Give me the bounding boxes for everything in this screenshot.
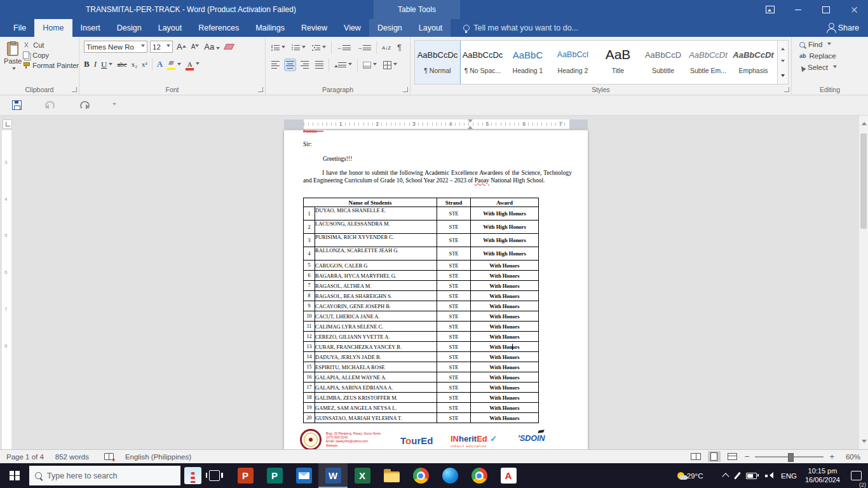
clock[interactable]: 10:15 pm16/06/2024 [805, 467, 840, 484]
tab-stop-selector[interactable] [3, 119, 12, 129]
styles-dialog-launcher-icon[interactable] [784, 87, 789, 92]
save-icon[interactable] [12, 100, 22, 110]
align-left-button[interactable] [270, 59, 281, 71]
horizontal-ruler[interactable]: 1234567 [284, 119, 588, 129]
indent-markers[interactable] [467, 119, 473, 129]
acrobat-icon[interactable]: A [494, 463, 523, 488]
format-painter-button[interactable]: Format Painter [23, 62, 79, 69]
clear-formatting-button[interactable] [224, 44, 234, 50]
page-indicator[interactable]: Page 1 of 4 [6, 453, 44, 461]
shading-button[interactable] [362, 61, 378, 69]
customize-qat-icon[interactable] [112, 103, 116, 107]
mail-icon[interactable] [289, 463, 318, 488]
tab-design[interactable]: Design [109, 19, 150, 37]
weather-widget[interactable]: 29°C [677, 472, 703, 480]
font-dialog-launcher-icon[interactable] [258, 87, 263, 92]
word-count[interactable]: 852 words [55, 453, 89, 461]
file-explorer-icon[interactable] [377, 463, 406, 488]
tab-home[interactable]: Home [34, 19, 72, 37]
tab-file[interactable]: File [5, 19, 34, 37]
scrollbar-thumb[interactable] [860, 133, 867, 229]
paragraph-dialog-launcher-icon[interactable] [403, 87, 408, 92]
align-center-button[interactable] [285, 59, 295, 71]
cut-button[interactable]: Cut [23, 41, 79, 49]
font-color-button[interactable]: A [186, 58, 200, 71]
minimize-button[interactable] [784, 0, 812, 19]
taskbar-search-input[interactable]: Type here to search [29, 466, 180, 485]
chrome-icon[interactable] [406, 463, 435, 488]
text-effects-button[interactable]: A [157, 59, 163, 69]
styles-scroll-up-icon[interactable] [781, 46, 785, 50]
scroll-up-icon[interactable] [862, 119, 867, 125]
speaker-icon[interactable] [765, 472, 773, 479]
tab-view[interactable]: View [336, 19, 369, 37]
show-hidden-icons-chevron[interactable] [722, 473, 729, 480]
publisher-icon[interactable]: P [260, 463, 289, 488]
tab-layout[interactable]: Layout [150, 19, 191, 37]
replace-button[interactable]: abReplace [799, 52, 868, 60]
tab-mailings[interactable]: Mailings [247, 19, 293, 37]
vertical-ruler[interactable]: 345678 [2, 130, 11, 449]
chrome-2-icon[interactable] [465, 463, 494, 488]
word-icon[interactable]: W [318, 463, 348, 488]
sort-button[interactable]: A↓Z [381, 44, 392, 51]
proofing-status-icon[interactable]: x [104, 453, 114, 460]
increase-indent-button[interactable]: → [356, 43, 372, 53]
subscript-button[interactable]: x₂ [132, 60, 137, 68]
table-tools-tab-layout[interactable]: Layout [410, 19, 451, 37]
shrink-font-button[interactable]: A [190, 43, 201, 50]
show-formatting-marks-button[interactable]: ¶ [396, 43, 402, 53]
style-subtitle[interactable]: AaBbCcDSubtitle [641, 41, 686, 84]
excel-icon[interactable]: X [348, 463, 377, 488]
language-indicator[interactable]: English (Philippines) [125, 453, 191, 461]
numbering-button[interactable] [290, 43, 307, 53]
tab-references[interactable]: References [190, 19, 247, 37]
grow-font-button[interactable]: A [175, 42, 187, 51]
vertical-scrollbar[interactable] [858, 116, 868, 449]
superscript-button[interactable]: x² [142, 60, 147, 68]
zoom-slider[interactable] [755, 456, 824, 458]
table-tools-tab-design[interactable]: Design [369, 19, 410, 37]
start-button[interactable] [0, 463, 29, 488]
style-subtle-em[interactable]: AaBbCcDtSubtle Em... [686, 41, 731, 84]
undo-icon[interactable] [45, 101, 55, 110]
decrease-indent-button[interactable]: ← [336, 43, 352, 53]
pen-icon[interactable] [734, 472, 740, 480]
zoom-in-button[interactable]: + [829, 452, 834, 461]
align-right-button[interactable] [299, 59, 310, 71]
task-view-button[interactable] [201, 463, 227, 488]
bold-button[interactable]: B [84, 59, 90, 69]
style-normal[interactable]: AaBbCcDc¶ Normal [415, 41, 460, 84]
language-abbreviation[interactable]: ENG [781, 472, 797, 480]
styles-scroll-down-icon[interactable] [781, 60, 785, 64]
highlight-color-button[interactable] [167, 58, 181, 71]
zoom-slider-thumb[interactable] [788, 453, 794, 462]
document-page[interactable]: Soooa --- Sir: Greetings!!! I have the h… [284, 130, 588, 449]
style-emphasis[interactable]: AaBbCcDtEmphasis [731, 41, 776, 84]
style-title[interactable]: AaBTitle [595, 41, 641, 84]
select-button[interactable]: Select [799, 64, 868, 71]
web-layout-button[interactable] [726, 451, 739, 462]
redo-icon[interactable] [80, 101, 90, 110]
underline-button[interactable]: U [101, 58, 112, 70]
powerpoint-icon[interactable]: P [231, 463, 260, 488]
find-button[interactable]: Find [799, 41, 868, 48]
clipboard-dialog-launcher-icon[interactable] [72, 87, 77, 92]
tab-review[interactable]: Review [293, 19, 336, 37]
style-heading-1[interactable]: AaBbCHeading 1 [505, 41, 550, 84]
bullets-button[interactable] [270, 43, 287, 53]
battery-icon[interactable] [746, 473, 757, 479]
tell-me-box[interactable]: Tell me what you want to do... [463, 19, 578, 37]
font-size-select[interactable]: 12 [150, 41, 173, 53]
ribbon-display-options-icon[interactable] [756, 0, 784, 19]
justify-button[interactable] [314, 59, 325, 71]
tab-insert[interactable]: Insert [72, 19, 109, 37]
copy-button[interactable]: Copy [23, 51, 79, 59]
search-highlight-lighthouse-icon[interactable] [184, 467, 201, 484]
line-spacing-button[interactable] [333, 60, 353, 70]
borders-button[interactable] [382, 60, 398, 70]
styles-expand-icon[interactable] [781, 74, 785, 79]
print-layout-button[interactable] [708, 451, 721, 462]
strikethrough-button[interactable]: abc [117, 60, 126, 68]
style-no-spac[interactable]: AaBbCcDc¶ No Spac... [460, 41, 505, 84]
